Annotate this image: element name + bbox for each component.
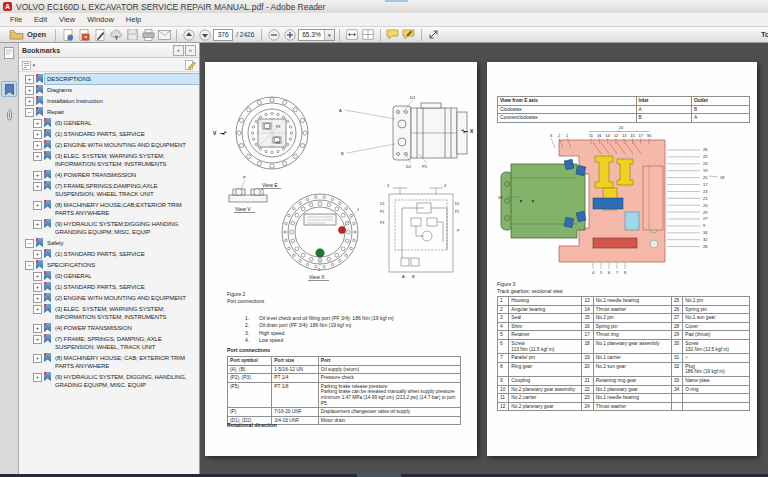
- annotate-button[interactable]: [402, 28, 416, 42]
- bookmark-label[interactable]: (4) POWRER TRANSMISSION: [53, 170, 199, 180]
- bookmark-item[interactable]: +DESCRIPTIONS: [19, 74, 199, 84]
- page-number-input[interactable]: 376: [213, 29, 233, 41]
- bookmark-item[interactable]: +(0) GENERAL: [19, 271, 199, 281]
- bookmark-label[interactable]: SPECIFICATIONS: [45, 260, 199, 270]
- bookmark-item[interactable]: +(2) ENGINE WITH MOUNTING AND EQUIPMENT: [19, 140, 199, 150]
- zoom-level-select[interactable]: 65.3% ▾: [298, 29, 334, 41]
- bookmark-item[interactable]: +(2) ENGINE WITH MOUNTING AND EQUIPMENT: [19, 293, 199, 303]
- save-button[interactable]: [125, 28, 139, 42]
- expander-collapse-icon[interactable]: −: [25, 108, 34, 117]
- expander-expand-icon[interactable]: +: [33, 250, 42, 259]
- attachments-icon[interactable]: [2, 107, 16, 121]
- bookmark-item[interactable]: +(9) HYDRAULIC SYSTEM;DIGGING HANDING GR…: [19, 219, 199, 237]
- bookmark-item[interactable]: −SPECIFICATIONS: [19, 260, 199, 270]
- sign-button[interactable]: [93, 28, 107, 42]
- chevron-down-icon[interactable]: ▾: [324, 30, 334, 40]
- bookmark-item[interactable]: +(7) FRAME; SPRINGS; DAMPING; AXLE SUSPE…: [19, 334, 199, 352]
- expander-expand-icon[interactable]: +: [25, 86, 34, 95]
- menu-item-file[interactable]: File: [4, 13, 28, 27]
- bookmark-label[interactable]: (8) MACHINERY HOUSE;CAB;EXTERIOR TRIM PA…: [53, 200, 199, 218]
- bookmark-label[interactable]: DESCRIPTIONS: [45, 74, 199, 84]
- expander-expand-icon[interactable]: +: [25, 97, 34, 106]
- bookmark-label[interactable]: (2) ENGINE WITH MOUNTING AND EQUIPMENT: [53, 293, 199, 303]
- expander-expand-icon[interactable]: +: [25, 75, 34, 84]
- bookmark-item[interactable]: +(3) ELEC. SYSTEM; WARNING SYSTEM; INFOR…: [19, 151, 199, 169]
- bookmark-label[interactable]: (3) ELEC. SYSTEM; WARNING SYSTEM; INFORM…: [53, 304, 199, 322]
- expander-expand-icon[interactable]: +: [33, 141, 42, 150]
- bookmark-label[interactable]: (9) HYDRAULIC SYSTEM;DIGGING HANDING GRA…: [53, 219, 199, 237]
- bookmark-item[interactable]: +Installation Instruction: [19, 96, 199, 106]
- bookmarks-panel-icon[interactable]: [1, 81, 17, 97]
- email-button[interactable]: [157, 28, 171, 42]
- bookmark-item[interactable]: +Diagrams: [19, 85, 199, 95]
- tools-pane-button[interactable]: Tools: [761, 27, 768, 43]
- bookmark-label[interactable]: (4) POWER TRANSMISSION: [53, 323, 199, 333]
- expander-expand-icon[interactable]: +: [33, 354, 42, 363]
- bookmark-label[interactable]: (0) GENERAL: [53, 271, 199, 281]
- next-page-button[interactable]: [198, 28, 212, 42]
- bookmark-item[interactable]: +(9) HYDRAULIC SYSTEM, DIGGING, HANDLING…: [19, 372, 199, 390]
- bookmark-item[interactable]: +(7) FRAME;SPRINGS;DAMPING;AXLE SUSPENSI…: [19, 181, 199, 199]
- export-pdf-button[interactable]: [77, 28, 91, 42]
- expander-expand-icon[interactable]: +: [33, 182, 42, 191]
- bookmark-label[interactable]: (9) HYDRAULIC SYSTEM, DIGGING, HANDLING,…: [53, 372, 199, 390]
- bookmark-label[interactable]: Diagrams: [45, 85, 199, 95]
- bookmark-item[interactable]: +(0) GENERAL: [19, 118, 199, 128]
- bookmark-item[interactable]: +(3) ELEC. SYSTEM; WARNING SYSTEM; INFOR…: [19, 304, 199, 322]
- expander-expand-icon[interactable]: +: [33, 324, 42, 333]
- open-button[interactable]: Open: [5, 28, 50, 42]
- expander-expand-icon[interactable]: +: [33, 335, 42, 344]
- expander-expand-icon[interactable]: +: [33, 283, 42, 292]
- expander-expand-icon[interactable]: +: [33, 272, 42, 281]
- bookmark-label[interactable]: (7) FRAME; SPRINGS; DAMPING; AXLE SUSPEN…: [53, 334, 199, 352]
- menu-item-help[interactable]: Help: [120, 13, 147, 27]
- reading-mode-button[interactable]: [427, 28, 441, 42]
- expander-expand-icon[interactable]: +: [33, 294, 42, 303]
- menu-item-view[interactable]: View: [53, 13, 81, 27]
- bookmark-label[interactable]: (1) STANDARD PARTS, SERVICE: [53, 129, 199, 139]
- bookmark-item[interactable]: +(8) MACHINERY HOUSE; CAB; EXTERIOR TRIM…: [19, 353, 199, 371]
- convert-pdf-button[interactable]: [61, 28, 75, 42]
- comment-button[interactable]: [386, 28, 400, 42]
- panel-menu-button[interactable]: »: [185, 45, 196, 56]
- expand-current-bookmark-icon[interactable]: [185, 56, 196, 74]
- bookmark-item[interactable]: +(1) STANDARD PARTS, SERVICE: [19, 129, 199, 139]
- bookmark-options-icon[interactable]: [22, 56, 36, 74]
- bookmark-label[interactable]: Repair: [45, 107, 199, 117]
- bookmark-item[interactable]: +(4) POWRER TRANSMISSION: [19, 170, 199, 180]
- expander-collapse-icon[interactable]: −: [25, 239, 34, 248]
- expander-expand-icon[interactable]: +: [33, 171, 42, 180]
- expander-expand-icon[interactable]: +: [33, 201, 42, 210]
- bookmark-item[interactable]: +(8) MACHINERY HOUSE;CAB;EXTERIOR TRIM P…: [19, 200, 199, 218]
- bookmark-label[interactable]: (1) STANDARD PARTS, SERVICE: [53, 249, 199, 259]
- expander-expand-icon[interactable]: +: [33, 130, 42, 139]
- expander-expand-icon[interactable]: +: [33, 119, 42, 128]
- bookmark-item[interactable]: +(4) POWER TRANSMISSION: [19, 323, 199, 333]
- bookmark-label[interactable]: (2) ENGINE WITH MOUNTING AND EQUIPMENT: [53, 140, 199, 150]
- bookmark-label[interactable]: (1) STANDARD PARTS, SERVICE: [53, 282, 199, 292]
- fit-width-button[interactable]: [345, 28, 359, 42]
- zoom-out-button[interactable]: [267, 28, 281, 42]
- zoom-in-button[interactable]: [283, 28, 297, 42]
- expander-expand-icon[interactable]: +: [33, 305, 42, 314]
- collapse-panel-button[interactable]: «: [173, 45, 184, 56]
- bookmark-item[interactable]: +(1) STANDARD PARTS, SERVICE: [19, 249, 199, 259]
- bookmark-item[interactable]: −Repair: [19, 107, 199, 117]
- expander-expand-icon[interactable]: +: [33, 152, 42, 161]
- print-button[interactable]: [141, 28, 155, 42]
- expander-collapse-icon[interactable]: −: [25, 261, 34, 270]
- menu-item-edit[interactable]: Edit: [28, 13, 53, 27]
- bookmark-label[interactable]: (0) GENERAL: [53, 118, 199, 128]
- expander-expand-icon[interactable]: +: [33, 373, 42, 382]
- document-area[interactable]: V P3 P1 View E: [200, 43, 768, 474]
- bookmark-item[interactable]: +(1) STANDARD PARTS, SERVICE: [19, 282, 199, 292]
- bookmark-label[interactable]: Safety: [45, 238, 199, 248]
- page-thumbnails-icon[interactable]: [2, 46, 16, 60]
- send-cloud-button[interactable]: [109, 28, 123, 42]
- bookmark-label[interactable]: (8) MACHINERY HOUSE; CAB; EXTERIOR TRIM …: [53, 353, 199, 371]
- menu-item-window[interactable]: Window: [81, 13, 120, 27]
- bookmark-label[interactable]: Installation Instruction: [45, 96, 199, 106]
- expander-expand-icon[interactable]: +: [33, 220, 42, 229]
- bookmark-label[interactable]: (3) ELEC. SYSTEM; WARNING SYSTEM; INFORM…: [53, 151, 199, 169]
- bookmark-label[interactable]: (7) FRAME;SPRINGS;DAMPING;AXLE SUSPENSIO…: [53, 181, 199, 199]
